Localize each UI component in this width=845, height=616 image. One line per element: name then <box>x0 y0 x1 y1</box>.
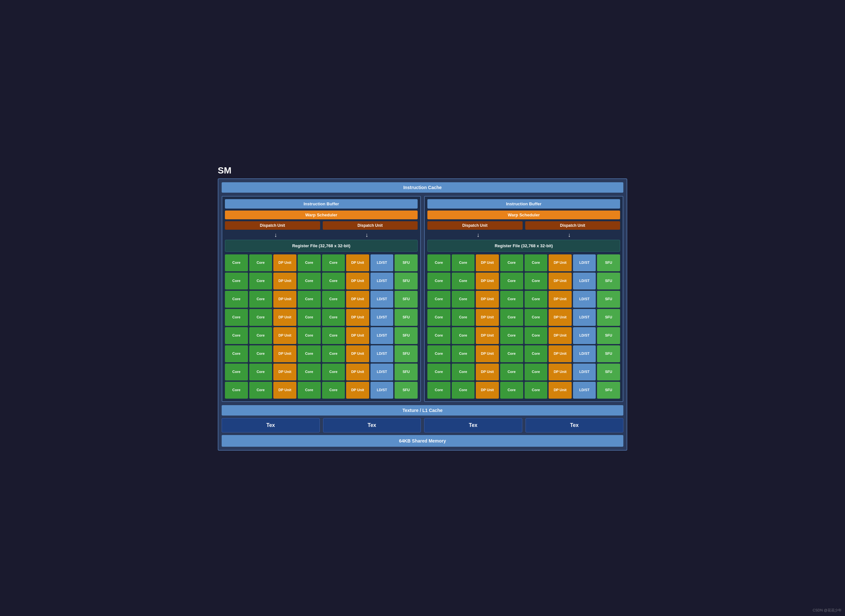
cell: Core <box>427 364 450 380</box>
cell: SFU <box>597 291 620 308</box>
cell: Core <box>298 273 321 289</box>
instruction-cache: Instruction Cache <box>222 182 623 193</box>
cell: Core <box>525 273 548 289</box>
cell: DP Unit <box>346 327 369 344</box>
cell: DP Unit <box>476 327 499 344</box>
cell: Core <box>452 327 475 344</box>
left-instruction-buffer: Instruction Buffer <box>225 199 418 208</box>
cell: DP Unit <box>273 254 296 271</box>
cell: SFU <box>395 254 418 271</box>
cell: Core <box>500 273 523 289</box>
cell: DP Unit <box>476 273 499 289</box>
cell: Core <box>225 364 248 380</box>
cell: Core <box>322 254 345 271</box>
cell: Core <box>452 382 475 399</box>
left-column: Instruction Buffer Warp Scheduler Dispat… <box>222 196 421 402</box>
cell: DP Unit <box>549 309 572 326</box>
cell: Core <box>249 345 272 362</box>
cell: LD/ST <box>573 254 596 271</box>
cell: Core <box>427 345 450 362</box>
cell: Core <box>322 273 345 289</box>
cell: LD/ST <box>573 309 596 326</box>
cell: Core <box>249 364 272 380</box>
cell: Core <box>249 291 272 308</box>
cell: LD/ST <box>573 273 596 289</box>
tex-unit-1: Tex <box>222 418 320 433</box>
cell: SFU <box>597 327 620 344</box>
cell: Core <box>225 345 248 362</box>
cell: DP Unit <box>273 345 296 362</box>
cell: Core <box>525 364 548 380</box>
cell: DP Unit <box>549 254 572 271</box>
cell: Core <box>298 345 321 362</box>
cell: Core <box>452 309 475 326</box>
cell: Core <box>427 273 450 289</box>
cell: DP Unit <box>476 345 499 362</box>
tex-row: Tex Tex Tex Tex <box>222 418 623 433</box>
cell: Core <box>500 309 523 326</box>
cell: Core <box>322 382 345 399</box>
cell: Core <box>322 309 345 326</box>
cell: Core <box>225 273 248 289</box>
cell: Core <box>500 345 523 362</box>
tex-unit-2: Tex <box>323 418 421 433</box>
cell: DP Unit <box>476 254 499 271</box>
cell: LD/ST <box>573 345 596 362</box>
two-column-section: Instruction Buffer Warp Scheduler Dispat… <box>222 196 623 402</box>
cell: Core <box>225 382 248 399</box>
cell: Core <box>298 327 321 344</box>
left-dispatch-unit-2: Dispatch Unit <box>323 221 418 230</box>
cell: Core <box>427 309 450 326</box>
cell: Core <box>525 309 548 326</box>
left-register-file: Register File (32,768 x 32-bit) <box>225 240 418 252</box>
cell: Core <box>500 254 523 271</box>
cell: LD/ST <box>573 327 596 344</box>
right-arrow-2: ↓ <box>525 232 614 239</box>
cell: Core <box>500 327 523 344</box>
cell: LD/ST <box>371 327 393 344</box>
right-cores-grid: Core Core DP Unit Core Core DP Unit LD/S… <box>427 254 620 399</box>
cell: DP Unit <box>346 254 369 271</box>
tex-unit-4: Tex <box>525 418 623 433</box>
cell: DP Unit <box>346 273 369 289</box>
left-arrow-2: ↓ <box>323 232 411 239</box>
cell: Core <box>427 327 450 344</box>
cell: Core <box>249 382 272 399</box>
right-arrows: ↓ ↓ <box>427 232 620 239</box>
shared-memory: 64KB Shared Memory <box>222 435 623 447</box>
cell: DP Unit <box>549 345 572 362</box>
right-instruction-buffer: Instruction Buffer <box>427 199 620 208</box>
outer-container: SM Instruction Cache Instruction Buffer … <box>211 159 634 457</box>
right-dispatch-row: Dispatch Unit Dispatch Unit <box>427 221 620 230</box>
cell: DP Unit <box>549 273 572 289</box>
cell: SFU <box>395 364 418 380</box>
cell: DP Unit <box>346 345 369 362</box>
cell: DP Unit <box>549 291 572 308</box>
cell: DP Unit <box>273 309 296 326</box>
cell: Core <box>452 254 475 271</box>
cell: Core <box>525 291 548 308</box>
cell: LD/ST <box>371 309 393 326</box>
cell: Core <box>500 291 523 308</box>
cell: Core <box>322 291 345 308</box>
right-arrow-1: ↓ <box>434 232 522 239</box>
cell: Core <box>322 364 345 380</box>
cell: SFU <box>597 273 620 289</box>
cell: Core <box>452 345 475 362</box>
cell: Core <box>525 254 548 271</box>
cell: SFU <box>597 364 620 380</box>
left-dispatch-row: Dispatch Unit Dispatch Unit <box>225 221 418 230</box>
cell: DP Unit <box>476 291 499 308</box>
cell: LD/ST <box>573 364 596 380</box>
cell: DP Unit <box>476 364 499 380</box>
right-dispatch-unit-1: Dispatch Unit <box>427 221 522 230</box>
cell: SFU <box>395 309 418 326</box>
cell: Core <box>249 327 272 344</box>
cell: DP Unit <box>273 273 296 289</box>
left-arrows: ↓ ↓ <box>225 232 418 239</box>
cell: LD/ST <box>573 382 596 399</box>
cell: DP Unit <box>549 382 572 399</box>
cell: SFU <box>395 273 418 289</box>
cell: Core <box>452 364 475 380</box>
cell: SFU <box>395 345 418 362</box>
